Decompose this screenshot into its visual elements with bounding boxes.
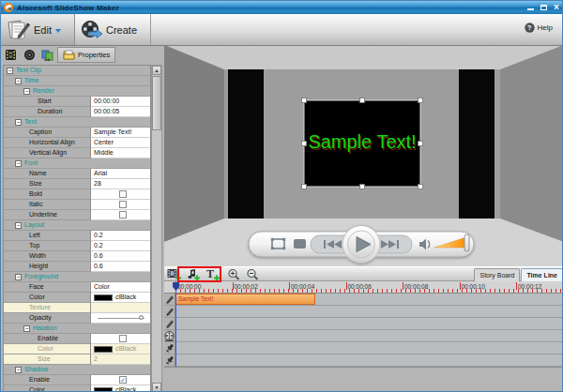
checkbox[interactable]: ✓ [119, 376, 127, 384]
property-row[interactable]: Texture [4, 303, 150, 313]
opacity-slider[interactable] [98, 318, 145, 319]
scrollbar-thumb[interactable] [152, 76, 161, 130]
property-value[interactable]: Color [94, 282, 110, 292]
property-value[interactable]: Arial [94, 169, 107, 178]
timeline-ruler[interactable]: 00:00:0000:00:0200:00:0400:00:0600:00:08… [164, 281, 563, 294]
collapse-icon[interactable]: − [15, 222, 22, 229]
collapse-icon[interactable]: − [7, 68, 13, 74]
transition-icon[interactable] [38, 47, 57, 63]
properties-button[interactable]: Properties [57, 47, 115, 63]
property-value[interactable]: Middle [94, 148, 114, 158]
property-value[interactable]: 28 [94, 179, 101, 188]
film-clip-icon[interactable] [1, 47, 20, 63]
property-group-row[interactable]: −Shadow [4, 365, 150, 375]
help-button[interactable]: ? Help [525, 23, 553, 33]
property-value[interactable]: 0.6 [94, 251, 103, 261]
collapse-icon[interactable]: − [15, 119, 22, 126]
checkbox[interactable] [119, 335, 127, 342]
text-track-icon[interactable] [164, 294, 175, 305]
property-group-row[interactable]: −Font [4, 158, 150, 169]
property-group-row[interactable]: −Halation [4, 324, 150, 334]
add-audio-icon[interactable] [184, 268, 201, 281]
audio-track-icon[interactable] [164, 354, 175, 366]
timeline-track[interactable] [164, 330, 563, 342]
create-button[interactable]: Create [76, 14, 151, 45]
minimize-button[interactable] [525, 3, 535, 11]
property-row[interactable]: CaptionSample Text! [4, 128, 150, 138]
text-track-icon[interactable] [164, 306, 175, 317]
property-row[interactable]: Duration00:00:05 [4, 107, 150, 117]
property-value[interactable]: 0.2 [94, 231, 103, 240]
property-value[interactable]: 00:00:05 [94, 107, 119, 116]
scroll-up-icon[interactable]: ▲ [152, 66, 161, 75]
collapse-icon[interactable]: − [15, 78, 22, 84]
maximize-button[interactable] [539, 3, 548, 11]
property-row[interactable]: FaceColor [4, 282, 150, 293]
property-row[interactable]: Enable [4, 334, 150, 344]
property-row[interactable]: Top0.2 [4, 241, 150, 251]
color-swatch[interactable] [94, 346, 113, 353]
property-row[interactable]: Height0.6 [4, 262, 150, 272]
collapse-icon[interactable]: − [15, 160, 22, 167]
property-value[interactable]: 0.6 [94, 262, 103, 271]
property-value[interactable]: 2 [94, 354, 98, 364]
timeline-track[interactable] [164, 318, 563, 330]
text-track-icon[interactable] [164, 318, 175, 329]
add-photo-icon[interactable] [165, 268, 182, 281]
property-grid-scrollbar[interactable]: ▲ ▼ [151, 65, 162, 392]
property-row[interactable]: Size2 [4, 354, 150, 365]
edit-button[interactable]: Edit [1, 14, 75, 45]
property-row[interactable]: NameArial [4, 169, 150, 179]
property-row[interactable]: Start00:00:00 [4, 97, 150, 107]
timeline-track[interactable] [164, 354, 563, 367]
color-swatch[interactable] [94, 294, 113, 301]
slide-text[interactable]: Sample Text! [308, 131, 416, 152]
checkbox[interactable] [119, 190, 127, 198]
collapse-icon[interactable]: − [23, 88, 30, 95]
property-group-row[interactable]: −Text Clip [4, 66, 150, 76]
collapse-icon[interactable]: − [15, 274, 22, 280]
property-value[interactable]: 0.2 [94, 241, 103, 250]
property-group-row[interactable]: −Layout [4, 220, 150, 231]
property-value[interactable]: Center [94, 138, 114, 147]
slide-canvas[interactable]: Sample Text! Sample Text! [304, 100, 420, 187]
scroll-down-icon[interactable]: ▼ [152, 383, 161, 392]
full-screen-icon[interactable] [294, 239, 306, 249]
property-row[interactable]: Italic [4, 200, 150, 210]
close-button[interactable]: × [552, 3, 561, 11]
property-row[interactable]: Vertical AlignMiddle [4, 148, 150, 158]
property-group-row[interactable]: −Text [4, 117, 150, 128]
audio-disc-icon[interactable] [20, 47, 38, 63]
add-text-icon[interactable]: T [204, 268, 221, 281]
tab-story-board[interactable]: Story Board [474, 268, 520, 282]
checkbox[interactable] [119, 211, 127, 219]
zoom-in-icon[interactable] [225, 268, 242, 281]
property-value[interactable]: 00:00:00 [94, 97, 119, 106]
property-value[interactable]: clBlack [115, 344, 136, 354]
property-row[interactable]: ColorclBlack [4, 344, 150, 354]
timeline-clip[interactable]: Sample Text! [175, 294, 315, 305]
property-group-row[interactable]: −Time [4, 76, 150, 86]
timeline-track[interactable]: Sample Text! [164, 294, 563, 306]
video-track-icon[interactable] [164, 330, 175, 341]
checkbox[interactable] [119, 201, 127, 208]
property-row[interactable]: Size28 [4, 179, 150, 189]
property-value[interactable]: Sample Text! [94, 128, 131, 137]
property-row[interactable]: Bold [4, 189, 150, 200]
property-row[interactable]: Underline [4, 210, 150, 220]
property-group-row[interactable]: −Render [4, 86, 150, 97]
volume-handle[interactable] [464, 234, 469, 251]
audio-track-icon[interactable] [164, 342, 175, 354]
property-row[interactable]: Opacity [4, 313, 150, 324]
property-row[interactable]: Horizontal AlignCenter [4, 138, 150, 148]
property-value[interactable]: clBlack [115, 385, 136, 392]
tab-time-line[interactable]: Time Line [521, 268, 563, 282]
collapse-icon[interactable]: − [23, 325, 30, 332]
property-row[interactable]: ColorclBlack [4, 293, 150, 303]
zoom-out-icon[interactable] [244, 268, 261, 281]
timeline-track[interactable] [164, 342, 563, 354]
timeline-track[interactable] [164, 306, 563, 318]
color-swatch[interactable] [94, 387, 113, 392]
property-value[interactable]: clBlack [115, 293, 136, 302]
property-group-row[interactable]: −Foreground [4, 272, 150, 282]
